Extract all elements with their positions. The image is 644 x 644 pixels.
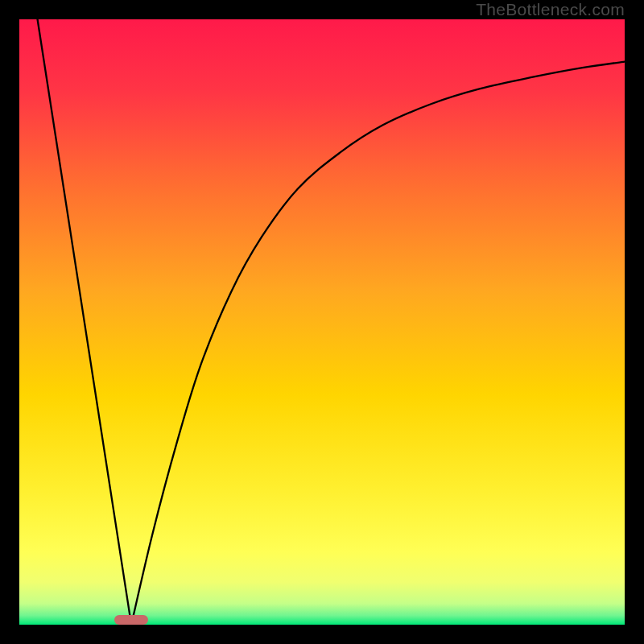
bottleneck-marker	[114, 615, 148, 625]
curve-right-curve	[131, 62, 625, 625]
watermark-text: TheBottleneck.com	[476, 0, 625, 19]
curve-overlay	[19, 19, 625, 625]
curve-left-line	[38, 19, 132, 625]
plot-area	[19, 19, 625, 625]
